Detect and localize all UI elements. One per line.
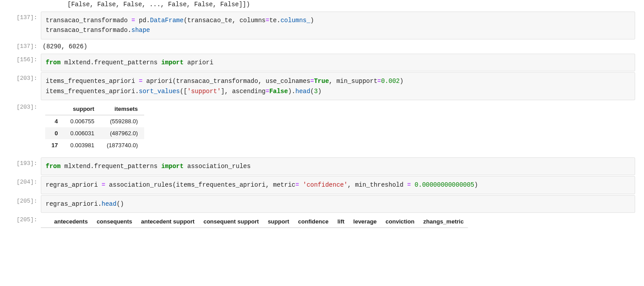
output-cell-205: [205]: antecedents consequents anteceden… [0, 214, 644, 233]
prompt-in: [205]: [0, 195, 41, 204]
prompt-in: [156]: [0, 54, 41, 63]
code-cell-193[interactable]: [193]: from mlxtend.frequent_patterns im… [0, 157, 644, 175]
code-cell-156[interactable]: [156]: from mlxtend.frequent_patterns im… [0, 54, 644, 71]
prompt-in: [204]: [0, 176, 41, 185]
table-row: 0 0.006031 (487962.0) [45, 127, 144, 139]
prompt-out: [205]: [0, 214, 41, 223]
code-cell-205[interactable]: [205]: regras_apriori.head() [0, 195, 644, 213]
code-cell-204[interactable]: [204]: regras_apriori = association_rule… [0, 176, 644, 194]
col-header: itemsets [101, 103, 144, 115]
output-cell-203: [203]: support itemsets 4 0.006755 (5592… [0, 101, 644, 157]
code-editor[interactable]: regras_apriori.head() [41, 195, 635, 213]
code-editor[interactable]: transacao_transformado = pd.DataFrame(tr… [41, 12, 635, 39]
prompt-empty [0, 1, 41, 4]
prompt-out: [203]: [0, 101, 41, 110]
dataframe-table: antecedents consequents antecedent suppo… [41, 215, 468, 228]
output-cell-137: [137]: (8290, 6026) [0, 40, 644, 53]
code-editor[interactable]: items_frequentes_apriori = apriori(trans… [41, 72, 635, 100]
code-editor[interactable]: from mlxtend.frequent_patterns import as… [41, 157, 635, 175]
prompt-out: [137]: [0, 40, 41, 50]
output-text: (8290, 6026) [41, 40, 635, 53]
col-header: support [64, 103, 100, 115]
prompt-in: [193]: [0, 157, 41, 167]
notebook: [False, False, False, ..., False, False,… [0, 1, 644, 243]
table-row: 4 0.006755 (559288.0) [45, 115, 144, 127]
table-row: 17 0.003981 (1873740.0) [45, 139, 144, 151]
code-editor[interactable]: from mlxtend.frequent_patterns import ap… [41, 54, 635, 71]
code-editor[interactable]: regras_apriori = association_rules(items… [41, 176, 635, 194]
code-cell-137[interactable]: [137]: transacao_transformado = pd.DataF… [0, 12, 644, 39]
dataframe-table: support itemsets 4 0.006755 (559288.0) 0… [45, 103, 144, 151]
output-text: [False, False, False, ..., False, False,… [41, 1, 635, 11]
code-cell-203[interactable]: [203]: items_frequentes_apriori = aprior… [0, 72, 644, 100]
prompt-in: [137]: [0, 12, 41, 21]
prompt-in: [203]: [0, 72, 41, 82]
output-fragment-top: [False, False, False, ..., False, False,… [0, 1, 644, 11]
header-row: antecedents consequents antecedent suppo… [41, 215, 468, 228]
